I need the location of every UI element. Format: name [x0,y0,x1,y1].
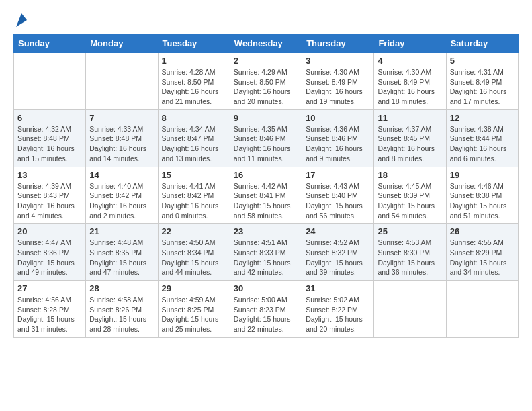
day-info: Sunrise: 4:37 AM Sunset: 8:45 PM Dayligh… [378,124,442,164]
daylight-text: Daylight: 15 hours and 42 minutes. [234,259,291,277]
weekday-header: Wednesday [230,34,302,53]
calendar-cell: 18 Sunrise: 4:45 AM Sunset: 8:39 PM Dayl… [374,167,446,224]
sunrise-text: Sunrise: 4:43 AM [306,182,359,190]
day-info: Sunrise: 4:50 AM Sunset: 8:34 PM Dayligh… [162,238,226,277]
sunrise-text: Sunrise: 4:36 AM [306,125,359,133]
daylight-text: Daylight: 15 hours and 49 minutes. [17,259,75,277]
day-number: 8 [162,113,226,123]
daylight-text: Daylight: 15 hours and 56 minutes. [306,201,363,220]
sunset-text: Sunset: 8:42 PM [162,191,214,199]
day-info: Sunrise: 4:55 AM Sunset: 8:29 PM Dayligh… [450,238,515,277]
daylight-text: Daylight: 15 hours and 25 minutes. [162,315,219,333]
day-info: Sunrise: 4:43 AM Sunset: 8:40 PM Dayligh… [306,181,370,221]
daylight-text: Daylight: 15 hours and 20 minutes. [306,315,363,333]
weekday-header-row: SundayMondayTuesdayWednesdayThursdayFrid… [14,34,519,53]
calendar-cell [374,281,446,338]
day-number: 23 [234,226,298,236]
sunset-text: Sunset: 8:35 PM [89,248,142,257]
calendar-week-row: 13 Sunrise: 4:39 AM Sunset: 8:43 PM Dayl… [14,167,519,224]
calendar-cell: 30 Sunrise: 5:00 AM Sunset: 8:23 PM Dayl… [230,281,302,338]
calendar-cell: 11 Sunrise: 4:37 AM Sunset: 8:45 PM Dayl… [374,109,446,167]
calendar-cell: 15 Sunrise: 4:41 AM Sunset: 8:42 PM Dayl… [158,167,230,224]
sunrise-text: Sunrise: 4:48 AM [89,238,143,246]
calendar-cell: 1 Sunrise: 4:28 AM Sunset: 8:50 PM Dayli… [158,53,230,110]
day-number: 17 [306,170,370,180]
day-info: Sunrise: 4:31 AM Sunset: 8:49 PM Dayligh… [450,67,515,107]
calendar-cell: 27 Sunrise: 4:56 AM Sunset: 8:28 PM Dayl… [14,281,86,338]
calendar-week-row: 1 Sunrise: 4:28 AM Sunset: 8:50 PM Dayli… [14,53,519,110]
daylight-text: Daylight: 15 hours and 58 minutes. [234,201,291,220]
calendar-table: SundayMondayTuesdayWednesdayThursdayFrid… [13,34,519,338]
day-number: 12 [450,113,515,123]
day-number: 20 [17,226,82,236]
day-number: 14 [89,170,154,180]
sunset-text: Sunset: 8:42 PM [89,191,142,199]
sunset-text: Sunset: 8:49 PM [450,78,502,86]
day-info: Sunrise: 4:33 AM Sunset: 8:48 PM Dayligh… [89,124,154,164]
sunrise-text: Sunrise: 4:52 AM [306,238,359,246]
calendar-cell: 23 Sunrise: 4:51 AM Sunset: 8:33 PM Dayl… [230,224,302,281]
day-number: 18 [378,170,442,180]
weekday-header: Friday [374,34,446,53]
calendar-cell: 9 Sunrise: 4:35 AM Sunset: 8:46 PM Dayli… [230,109,302,167]
day-number: 25 [378,226,442,236]
calendar-cell: 7 Sunrise: 4:33 AM Sunset: 8:48 PM Dayli… [86,109,158,167]
sunrise-text: Sunrise: 4:35 AM [234,125,287,133]
calendar-cell: 12 Sunrise: 4:38 AM Sunset: 8:44 PM Dayl… [446,109,518,167]
sunrise-text: Sunrise: 4:37 AM [378,125,431,133]
day-info: Sunrise: 4:56 AM Sunset: 8:28 PM Dayligh… [17,295,82,334]
daylight-text: Daylight: 16 hours and 4 minutes. [17,201,75,220]
sunset-text: Sunset: 8:48 PM [17,134,70,142]
sunrise-text: Sunrise: 4:45 AM [378,182,431,190]
daylight-text: Daylight: 16 hours and 11 minutes. [234,144,291,163]
day-info: Sunrise: 4:47 AM Sunset: 8:36 PM Dayligh… [17,238,82,277]
day-number: 2 [234,56,298,66]
calendar-cell [446,281,518,338]
sunset-text: Sunset: 8:41 PM [234,191,286,199]
daylight-text: Daylight: 15 hours and 31 minutes. [17,315,75,333]
day-info: Sunrise: 4:46 AM Sunset: 8:38 PM Dayligh… [450,181,515,221]
day-info: Sunrise: 4:34 AM Sunset: 8:47 PM Dayligh… [162,124,226,164]
daylight-text: Daylight: 15 hours and 47 minutes. [89,259,146,277]
weekday-header: Thursday [302,34,374,53]
calendar-cell: 28 Sunrise: 4:58 AM Sunset: 8:26 PM Dayl… [86,281,158,338]
day-number: 24 [306,226,370,236]
sunrise-text: Sunrise: 4:40 AM [89,182,143,190]
day-info: Sunrise: 4:42 AM Sunset: 8:41 PM Dayligh… [234,181,298,221]
sunset-text: Sunset: 8:49 PM [306,78,358,86]
sunrise-text: Sunrise: 4:33 AM [89,125,143,133]
calendar-cell: 13 Sunrise: 4:39 AM Sunset: 8:43 PM Dayl… [14,167,86,224]
sunset-text: Sunset: 8:23 PM [234,306,286,314]
day-info: Sunrise: 5:00 AM Sunset: 8:23 PM Dayligh… [234,295,298,334]
sunrise-text: Sunrise: 4:46 AM [450,182,504,190]
day-number: 27 [17,283,82,293]
logo [13,13,27,27]
day-info: Sunrise: 4:36 AM Sunset: 8:46 PM Dayligh… [306,124,370,164]
calendar-cell: 3 Sunrise: 4:30 AM Sunset: 8:49 PM Dayli… [302,53,374,110]
day-number: 11 [378,113,442,123]
day-number: 16 [234,170,298,180]
day-number: 4 [378,56,442,66]
sunrise-text: Sunrise: 4:56 AM [17,295,71,304]
sunset-text: Sunset: 8:40 PM [306,191,358,199]
calendar-cell [86,53,158,110]
sunrise-text: Sunrise: 4:32 AM [17,125,71,133]
sunset-text: Sunset: 8:50 PM [234,78,286,86]
daylight-text: Daylight: 15 hours and 22 minutes. [234,315,291,333]
calendar-week-row: 27 Sunrise: 4:56 AM Sunset: 8:28 PM Dayl… [14,281,519,338]
calendar-cell: 26 Sunrise: 4:55 AM Sunset: 8:29 PM Dayl… [446,224,518,281]
sunset-text: Sunset: 8:45 PM [378,134,430,142]
day-info: Sunrise: 4:53 AM Sunset: 8:30 PM Dayligh… [378,238,442,277]
day-number: 22 [162,226,226,236]
weekday-header: Saturday [446,34,518,53]
sunrise-text: Sunrise: 4:47 AM [17,238,71,246]
day-number: 26 [450,226,515,236]
calendar-week-row: 20 Sunrise: 4:47 AM Sunset: 8:36 PM Dayl… [14,224,519,281]
day-number: 29 [162,283,226,293]
daylight-text: Daylight: 16 hours and 21 minutes. [162,87,219,105]
sunset-text: Sunset: 8:28 PM [17,306,70,314]
sunset-text: Sunset: 8:22 PM [306,306,358,314]
calendar-cell: 10 Sunrise: 4:36 AM Sunset: 8:46 PM Dayl… [302,109,374,167]
day-number: 3 [306,56,370,66]
sunset-text: Sunset: 8:43 PM [17,191,70,199]
